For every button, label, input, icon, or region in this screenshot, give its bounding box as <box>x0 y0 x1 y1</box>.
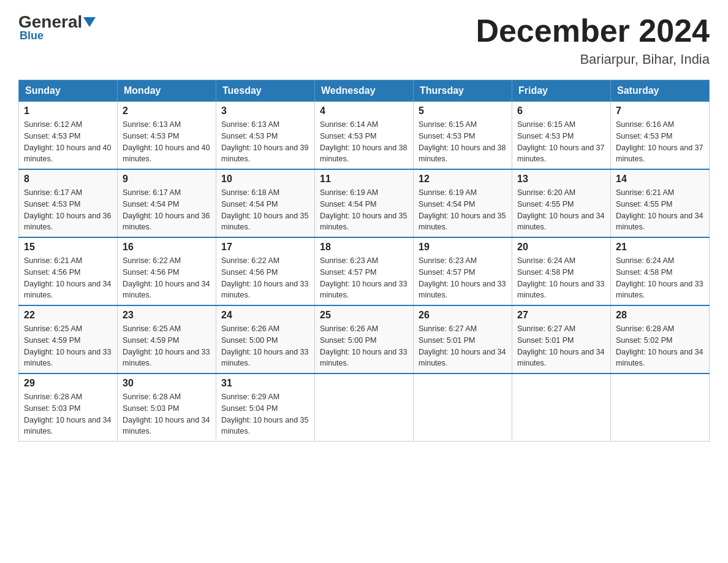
calendar-header-wednesday: Wednesday <box>315 80 414 102</box>
day-info: Sunrise: 6:24 AM Sunset: 4:58 PM Dayligh… <box>517 255 605 301</box>
day-number: 11 <box>320 174 408 185</box>
calendar-cell: 31 Sunrise: 6:29 AM Sunset: 5:04 PM Dayl… <box>216 373 315 442</box>
calendar-cell: 14 Sunrise: 6:21 AM Sunset: 4:55 PM Dayl… <box>611 169 710 237</box>
day-number: 20 <box>517 242 605 253</box>
calendar-cell: 10 Sunrise: 6:18 AM Sunset: 4:54 PM Dayl… <box>216 169 315 237</box>
calendar-cell: 19 Sunrise: 6:23 AM Sunset: 4:57 PM Dayl… <box>414 237 512 305</box>
calendar-cell: 6 Sunrise: 6:15 AM Sunset: 4:53 PM Dayli… <box>512 102 611 170</box>
calendar-cell: 24 Sunrise: 6:26 AM Sunset: 5:00 PM Dayl… <box>216 305 315 373</box>
day-info: Sunrise: 6:18 AM Sunset: 4:54 PM Dayligh… <box>221 187 309 233</box>
page-header: General Blue December 2024 Bariarpur, Bi… <box>18 12 710 67</box>
calendar-cell: 17 Sunrise: 6:22 AM Sunset: 4:56 PM Dayl… <box>216 237 315 305</box>
day-info: Sunrise: 6:21 AM Sunset: 4:55 PM Dayligh… <box>616 187 704 233</box>
day-info: Sunrise: 6:14 AM Sunset: 4:53 PM Dayligh… <box>320 119 408 165</box>
day-number: 2 <box>123 105 211 117</box>
calendar-cell: 2 Sunrise: 6:13 AM Sunset: 4:53 PM Dayli… <box>118 102 216 170</box>
day-number: 12 <box>419 174 507 185</box>
calendar-table: SundayMondayTuesdayWednesdayThursdayFrid… <box>18 80 710 442</box>
day-info: Sunrise: 6:28 AM Sunset: 5:02 PM Dayligh… <box>616 323 704 369</box>
day-info: Sunrise: 6:23 AM Sunset: 4:57 PM Dayligh… <box>320 255 408 301</box>
calendar-week-row-1: 1 Sunrise: 6:12 AM Sunset: 4:53 PM Dayli… <box>19 102 710 170</box>
calendar-week-row-5: 29 Sunrise: 6:28 AM Sunset: 5:03 PM Dayl… <box>19 373 710 442</box>
day-number: 10 <box>221 174 309 185</box>
calendar-cell <box>414 373 512 442</box>
day-info: Sunrise: 6:15 AM Sunset: 4:53 PM Dayligh… <box>419 119 507 165</box>
calendar-cell: 4 Sunrise: 6:14 AM Sunset: 4:53 PM Dayli… <box>315 102 414 170</box>
day-number: 24 <box>221 310 309 321</box>
day-info: Sunrise: 6:29 AM Sunset: 5:04 PM Dayligh… <box>221 391 309 437</box>
calendar-cell: 18 Sunrise: 6:23 AM Sunset: 4:57 PM Dayl… <box>315 237 414 305</box>
calendar-cell: 28 Sunrise: 6:28 AM Sunset: 5:02 PM Dayl… <box>611 305 710 373</box>
day-number: 15 <box>24 242 112 253</box>
location-text: Bariarpur, Bihar, India <box>476 52 710 67</box>
logo: General Blue <box>18 12 97 42</box>
day-number: 4 <box>320 105 408 117</box>
day-number: 23 <box>123 310 211 321</box>
day-info: Sunrise: 6:19 AM Sunset: 4:54 PM Dayligh… <box>320 187 408 233</box>
calendar-header-tuesday: Tuesday <box>216 80 315 102</box>
day-info: Sunrise: 6:25 AM Sunset: 4:59 PM Dayligh… <box>123 323 211 369</box>
calendar-week-row-3: 15 Sunrise: 6:21 AM Sunset: 4:56 PM Dayl… <box>19 237 710 305</box>
day-info: Sunrise: 6:27 AM Sunset: 5:01 PM Dayligh… <box>517 323 605 369</box>
day-info: Sunrise: 6:22 AM Sunset: 4:56 PM Dayligh… <box>123 255 211 301</box>
calendar-cell: 23 Sunrise: 6:25 AM Sunset: 4:59 PM Dayl… <box>118 305 216 373</box>
day-info: Sunrise: 6:28 AM Sunset: 5:03 PM Dayligh… <box>24 391 112 437</box>
day-number: 5 <box>419 105 507 117</box>
day-info: Sunrise: 6:15 AM Sunset: 4:53 PM Dayligh… <box>517 119 605 165</box>
day-number: 21 <box>616 242 704 253</box>
calendar-cell: 1 Sunrise: 6:12 AM Sunset: 4:53 PM Dayli… <box>19 102 118 170</box>
day-info: Sunrise: 6:17 AM Sunset: 4:53 PM Dayligh… <box>24 187 112 233</box>
calendar-cell: 15 Sunrise: 6:21 AM Sunset: 4:56 PM Dayl… <box>19 237 118 305</box>
calendar-cell: 22 Sunrise: 6:25 AM Sunset: 4:59 PM Dayl… <box>19 305 118 373</box>
day-info: Sunrise: 6:19 AM Sunset: 4:54 PM Dayligh… <box>419 187 507 233</box>
month-title: December 2024 <box>476 12 710 49</box>
calendar-cell: 16 Sunrise: 6:22 AM Sunset: 4:56 PM Dayl… <box>118 237 216 305</box>
day-number: 6 <box>517 105 605 117</box>
day-number: 22 <box>24 310 112 321</box>
day-info: Sunrise: 6:16 AM Sunset: 4:53 PM Dayligh… <box>616 119 704 165</box>
day-number: 30 <box>123 378 211 389</box>
day-number: 19 <box>419 242 507 253</box>
calendar-cell: 29 Sunrise: 6:28 AM Sunset: 5:03 PM Dayl… <box>19 373 118 442</box>
day-number: 1 <box>24 105 112 117</box>
day-number: 13 <box>517 174 605 185</box>
day-number: 27 <box>517 310 605 321</box>
calendar-cell: 7 Sunrise: 6:16 AM Sunset: 4:53 PM Dayli… <box>611 102 710 170</box>
calendar-cell: 3 Sunrise: 6:13 AM Sunset: 4:53 PM Dayli… <box>216 102 315 170</box>
day-number: 7 <box>616 105 704 117</box>
calendar-cell: 27 Sunrise: 6:27 AM Sunset: 5:01 PM Dayl… <box>512 305 611 373</box>
calendar-cell: 12 Sunrise: 6:19 AM Sunset: 4:54 PM Dayl… <box>414 169 512 237</box>
calendar-cell <box>315 373 414 442</box>
day-info: Sunrise: 6:25 AM Sunset: 4:59 PM Dayligh… <box>24 323 112 369</box>
day-number: 18 <box>320 242 408 253</box>
day-number: 17 <box>221 242 309 253</box>
calendar-header-friday: Friday <box>512 80 611 102</box>
day-number: 26 <box>419 310 507 321</box>
calendar-header-row: SundayMondayTuesdayWednesdayThursdayFrid… <box>19 80 710 102</box>
calendar-cell: 11 Sunrise: 6:19 AM Sunset: 4:54 PM Dayl… <box>315 169 414 237</box>
day-info: Sunrise: 6:23 AM Sunset: 4:57 PM Dayligh… <box>419 255 507 301</box>
calendar-cell: 20 Sunrise: 6:24 AM Sunset: 4:58 PM Dayl… <box>512 237 611 305</box>
calendar-cell: 30 Sunrise: 6:28 AM Sunset: 5:03 PM Dayl… <box>118 373 216 442</box>
calendar-cell: 8 Sunrise: 6:17 AM Sunset: 4:53 PM Dayli… <box>19 169 118 237</box>
calendar-header-sunday: Sunday <box>19 80 118 102</box>
calendar-header-monday: Monday <box>118 80 216 102</box>
day-info: Sunrise: 6:28 AM Sunset: 5:03 PM Dayligh… <box>123 391 211 437</box>
day-info: Sunrise: 6:13 AM Sunset: 4:53 PM Dayligh… <box>221 119 309 165</box>
day-number: 25 <box>320 310 408 321</box>
calendar-cell: 13 Sunrise: 6:20 AM Sunset: 4:55 PM Dayl… <box>512 169 611 237</box>
day-info: Sunrise: 6:24 AM Sunset: 4:58 PM Dayligh… <box>616 255 704 301</box>
calendar-week-row-2: 8 Sunrise: 6:17 AM Sunset: 4:53 PM Dayli… <box>19 169 710 237</box>
day-number: 16 <box>123 242 211 253</box>
calendar-cell <box>611 373 710 442</box>
day-number: 9 <box>123 174 211 185</box>
day-number: 14 <box>616 174 704 185</box>
day-info: Sunrise: 6:12 AM Sunset: 4:53 PM Dayligh… <box>24 119 112 165</box>
title-area: December 2024 Bariarpur, Bihar, India <box>476 12 710 67</box>
day-info: Sunrise: 6:27 AM Sunset: 5:01 PM Dayligh… <box>419 323 507 369</box>
logo-triangle-icon <box>83 17 96 27</box>
calendar-header-thursday: Thursday <box>414 80 512 102</box>
day-info: Sunrise: 6:17 AM Sunset: 4:54 PM Dayligh… <box>123 187 211 233</box>
day-info: Sunrise: 6:26 AM Sunset: 5:00 PM Dayligh… <box>221 323 309 369</box>
day-info: Sunrise: 6:26 AM Sunset: 5:00 PM Dayligh… <box>320 323 408 369</box>
